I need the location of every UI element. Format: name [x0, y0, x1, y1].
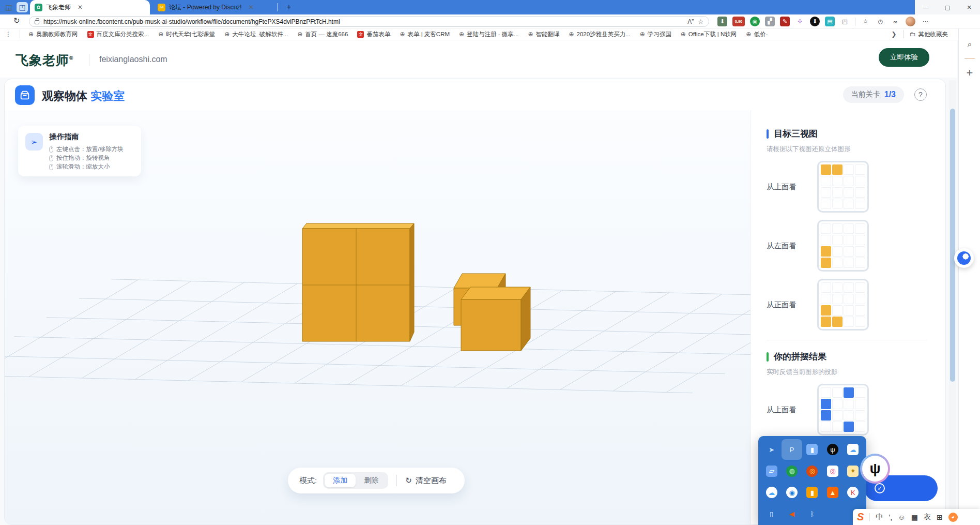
scene-3d[interactable]: ➢ 操作指南 左键点击：放置/移除方块 按住拖动：旋转视角 滚轮滑动：缩放大小 … — [5, 110, 751, 525]
k-colorful-icon[interactable]: K — [843, 482, 863, 503]
sidebar-search-icon[interactable]: ⌕ — [959, 36, 980, 53]
usb-drive-icon[interactable]: ▮ — [802, 482, 822, 503]
grid-cell — [844, 294, 854, 304]
bookmark-item[interactable]: ⊕时代天华|七彩课堂 — [158, 31, 215, 38]
grid-cell — [855, 305, 865, 316]
history-icon[interactable]: ◷ — [876, 17, 885, 26]
bookmark-item[interactable]: 文百度文库分类搜索... — [87, 31, 149, 38]
clear-canvas-button[interactable]: ↻ 清空画布 — [405, 476, 447, 486]
maximize-button[interactable]: ▢ — [937, 0, 958, 14]
notebook-icon[interactable]: ▮ — [802, 439, 822, 460]
bluetooth-icon[interactable]: ᛒ — [802, 504, 822, 524]
guide-item: 左键点击：放置/移除方块 — [49, 145, 134, 154]
bookmark-item[interactable]: ⊕登陆与注册 - 微享... — [459, 31, 518, 38]
screenshot-tool-icon[interactable]: P — [782, 439, 802, 460]
read-aloud-icon[interactable]: A” — [687, 18, 694, 25]
emoji-icon[interactable]: ☺ — [898, 513, 905, 521]
bookmark-item[interactable]: ⊕大牛论坛_破解软件... — [224, 31, 288, 38]
grid-cell — [832, 282, 843, 293]
ext-notes-icon[interactable]: ▤ — [825, 17, 835, 26]
bookmark-item[interactable]: 文番茄表单 — [357, 31, 390, 38]
help-icon[interactable]: ? — [914, 88, 927, 101]
bookmark-item[interactable]: ⊕首页 — 速魔666 — [297, 31, 348, 38]
assistant-badge[interactable]: ψ — [860, 454, 890, 484]
soft-keyboard-icon[interactable]: ▦ — [911, 513, 918, 521]
tab-search-icon[interactable]: ◱ — [3, 2, 14, 12]
profile-sync-icon[interactable]: ∞ — [891, 17, 900, 26]
tab-close-icon[interactable]: ✕ — [249, 4, 254, 11]
skin-icon[interactable]: 衣 — [924, 513, 931, 522]
site-logo[interactable]: 飞象老师® — [16, 52, 73, 69]
sogou-ai-icon[interactable]: ◕ — [948, 513, 958, 522]
tab-feixiang[interactable]: ✿ 飞象老师 ✕ — [30, 0, 150, 14]
page-scrollbar[interactable] — [949, 80, 956, 525]
volume-icon[interactable]: ◀ — [782, 504, 802, 524]
blue-dot-icon[interactable]: ◉ — [782, 482, 802, 503]
bookmark-item[interactable]: ⊕奥鹏教师教育网 — [28, 31, 78, 38]
lock-icon — [35, 20, 39, 24]
try-now-button[interactable]: 立即体验 — [879, 48, 929, 67]
grid-cell — [832, 410, 843, 421]
bookmark-item[interactable]: ⊕学习强国 — [640, 31, 671, 38]
bookmark-item[interactable]: ⊕智能翻译 — [528, 31, 559, 38]
split-window-icon[interactable]: ▞ — [765, 17, 775, 26]
view-row-left: 从左面看 — [767, 220, 946, 272]
bookmark-item[interactable]: ⊕Office下载 | N软网 — [681, 31, 737, 38]
toolbox-icon[interactable]: ⊞ — [937, 513, 943, 521]
ext-download-icon[interactable]: ⬇ — [717, 17, 727, 26]
globe-icon: ⊕ — [459, 31, 464, 38]
grid-cell — [844, 410, 854, 421]
grid-cell — [821, 235, 831, 245]
avatar[interactable] — [906, 17, 915, 26]
bookmark-item[interactable]: ⊕2020沙雅县英买力... — [569, 31, 630, 38]
workspaces-icon[interactable]: ◳ — [17, 2, 28, 12]
close-button[interactable]: ✕ — [958, 0, 980, 14]
sogou-logo[interactable]: S — [857, 511, 864, 523]
minimize-button[interactable]: — — [915, 0, 937, 14]
tab-discuz[interactable]: ✉ 论坛 - Powered by Discuz! ✕ — [153, 0, 275, 14]
other-favorites[interactable]: 🗀 其他收藏夹 — [910, 31, 948, 38]
bookmarks-more-icon[interactable]: ❯ — [891, 31, 896, 38]
usb-plug-icon[interactable]: ▯ — [761, 504, 782, 524]
bookmark-item[interactable]: ⊕表单 | 麦客CRM — [400, 31, 450, 38]
bookmark-item[interactable]: ⊕低价- — [746, 31, 768, 38]
punctuation-icon[interactable]: ’, — [889, 513, 892, 521]
address-bar[interactable]: https://musk-online.fbcontent.cn/pub-mus… — [29, 16, 709, 27]
ext-pencil-icon[interactable]: ✎ — [780, 17, 790, 26]
trident-app-icon[interactable]: ψ — [822, 439, 843, 460]
tab-close-icon[interactable]: ✕ — [78, 4, 83, 11]
colorful-cloud-icon[interactable]: ☁ — [761, 482, 782, 503]
copilot-bubble[interactable] — [954, 248, 974, 268]
new-tab-button[interactable]: + — [283, 2, 295, 12]
bookmarks-bar: ⋮ ⊕奥鹏教师教育网文百度文库分类搜索...⊕时代天华|七彩课堂⊕大牛论坛_破解… — [0, 28, 980, 40]
scrollbar-thumb[interactable] — [950, 109, 955, 382]
cloud-drive-icon[interactable]: ☁ — [843, 439, 863, 460]
mode-add-button[interactable]: 添加 — [325, 474, 356, 487]
url-text[interactable]: https://musk-online.fbcontent.cn/pub-mus… — [43, 18, 683, 25]
mode-remove-button[interactable]: 删除 — [356, 474, 387, 487]
grid-cell — [832, 164, 843, 175]
refresh-icon[interactable]: ↻ — [13, 16, 20, 25]
sidebar-add-icon[interactable]: + — [959, 64, 980, 82]
shield-flame-icon[interactable]: ▲ — [822, 482, 843, 503]
accent-bar — [767, 352, 769, 362]
rings-app-icon[interactable]: ◎ — [822, 461, 843, 482]
idm-tray-icon[interactable]: ◍ — [782, 461, 802, 482]
folded-doc-icon[interactable]: ▱ — [761, 461, 782, 482]
pointer-tool-icon[interactable]: ➤ — [761, 439, 782, 460]
bookmark-overflow-left-icon[interactable]: ⋮ — [5, 31, 11, 38]
camera-gear-icon[interactable]: ◎ — [802, 461, 822, 482]
grid-cell — [821, 176, 831, 186]
favorite-star-icon[interactable]: ☆ — [698, 18, 703, 25]
more-menu-icon[interactable]: ⋯ — [921, 17, 930, 26]
grid-cell — [844, 223, 854, 234]
accent-bar — [767, 129, 769, 139]
ext-downloader-icon[interactable]: ⬇ — [810, 17, 820, 26]
idm-globe-icon[interactable]: ◉ — [750, 17, 760, 26]
input-mode-chinese[interactable]: 中 — [876, 513, 883, 522]
pinwheel-icon[interactable]: ✣ — [795, 17, 805, 26]
extensions-puzzle-icon[interactable]: ◳ — [840, 17, 850, 26]
level-badge: 当前关卡1/3 — [843, 86, 904, 103]
favorites-bar-icon[interactable]: ☆ — [861, 17, 870, 26]
ext-price-badge-icon[interactable]: 0.90 — [732, 17, 745, 26]
